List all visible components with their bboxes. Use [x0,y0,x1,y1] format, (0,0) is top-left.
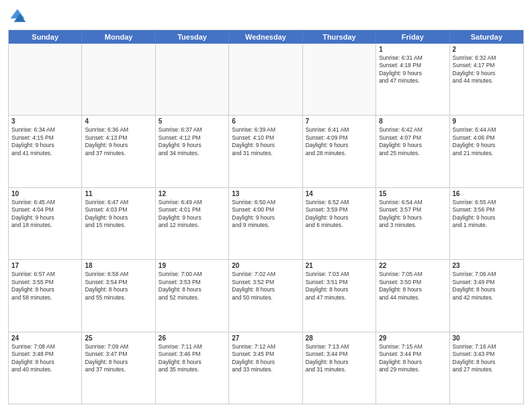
week-row-2: 3Sunrise: 6:34 AM Sunset: 4:15 PM Daylig… [9,115,523,187]
weeks: 1Sunrise: 6:31 AM Sunset: 4:18 PM Daylig… [9,44,523,404]
day-number: 25 [85,334,152,342]
day-cell-30: 30Sunrise: 7:16 AM Sunset: 3:43 PM Dayli… [450,332,523,404]
day-info: Sunrise: 7:08 AM Sunset: 3:48 PM Dayligh… [11,343,79,374]
day-cell-28: 28Sunrise: 7:13 AM Sunset: 3:44 PM Dayli… [303,332,376,404]
day-number: 15 [379,190,446,197]
day-cell-27: 27Sunrise: 7:12 AM Sunset: 3:45 PM Dayli… [229,332,302,404]
day-cell-6: 6Sunrise: 6:39 AM Sunset: 4:10 PM Daylig… [229,116,302,187]
day-number: 8 [379,118,446,125]
day-number: 1 [379,46,446,53]
day-cell-20: 20Sunrise: 7:02 AM Sunset: 3:52 PM Dayli… [229,260,302,331]
day-number: 2 [453,46,521,53]
logo-icon [8,7,27,26]
day-number: 28 [306,334,373,342]
day-number: 24 [11,334,79,342]
day-info: Sunrise: 7:15 AM Sunset: 3:44 PM Dayligh… [379,343,446,374]
day-cell-15: 15Sunrise: 6:54 AM Sunset: 3:57 PM Dayli… [376,188,449,259]
day-cell-13: 13Sunrise: 6:50 AM Sunset: 4:00 PM Dayli… [229,188,302,259]
week-row-1: 1Sunrise: 6:31 AM Sunset: 4:18 PM Daylig… [9,44,523,115]
day-cell-24: 24Sunrise: 7:08 AM Sunset: 3:48 PM Dayli… [9,332,82,404]
day-info: Sunrise: 6:41 AM Sunset: 4:09 PM Dayligh… [306,126,373,157]
day-info: Sunrise: 7:00 AM Sunset: 3:53 PM Dayligh… [159,271,226,302]
day-info: Sunrise: 7:11 AM Sunset: 3:46 PM Dayligh… [159,343,226,374]
day-header-sunday: Sunday [9,30,82,44]
day-info: Sunrise: 6:58 AM Sunset: 3:54 PM Dayligh… [85,271,152,302]
day-cell-17: 17Sunrise: 6:57 AM Sunset: 3:55 PM Dayli… [9,260,82,331]
week-row-4: 17Sunrise: 6:57 AM Sunset: 3:55 PM Dayli… [9,259,523,331]
day-cell-3: 3Sunrise: 6:34 AM Sunset: 4:15 PM Daylig… [9,116,82,187]
day-info: Sunrise: 7:13 AM Sunset: 3:44 PM Dayligh… [306,343,373,374]
day-cell-4: 4Sunrise: 6:36 AM Sunset: 4:13 PM Daylig… [82,116,155,187]
day-info: Sunrise: 6:50 AM Sunset: 4:00 PM Dayligh… [232,199,299,230]
day-header-thursday: Thursday [303,30,376,44]
day-cell-1: 1Sunrise: 6:31 AM Sunset: 4:18 PM Daylig… [376,44,449,115]
day-header-friday: Friday [376,30,449,44]
day-info: Sunrise: 7:03 AM Sunset: 3:51 PM Dayligh… [306,271,373,302]
day-cell-10: 10Sunrise: 6:45 AM Sunset: 4:04 PM Dayli… [9,188,82,259]
day-info: Sunrise: 6:32 AM Sunset: 4:17 PM Dayligh… [453,54,521,85]
day-number: 5 [159,118,226,125]
day-header-tuesday: Tuesday [156,30,229,44]
day-number: 16 [453,190,521,197]
day-info: Sunrise: 7:16 AM Sunset: 3:43 PM Dayligh… [453,343,521,374]
day-cell-23: 23Sunrise: 7:06 AM Sunset: 3:49 PM Dayli… [450,260,523,331]
day-info: Sunrise: 6:42 AM Sunset: 4:07 PM Dayligh… [379,126,446,157]
day-info: Sunrise: 6:39 AM Sunset: 4:10 PM Dayligh… [232,126,299,157]
logo [8,7,30,26]
day-cell-2: 2Sunrise: 6:32 AM Sunset: 4:17 PM Daylig… [450,44,523,115]
calendar: SundayMondayTuesdayWednesdayThursdayFrid… [8,30,524,404]
day-header-monday: Monday [82,30,155,44]
day-info: Sunrise: 6:44 AM Sunset: 4:06 PM Dayligh… [453,126,521,157]
day-info: Sunrise: 7:09 AM Sunset: 3:47 PM Dayligh… [85,343,152,374]
page: SundayMondayTuesdayWednesdayThursdayFrid… [0,0,532,411]
day-info: Sunrise: 6:57 AM Sunset: 3:55 PM Dayligh… [11,271,79,302]
day-number: 27 [232,334,299,342]
day-info: Sunrise: 6:36 AM Sunset: 4:13 PM Dayligh… [85,126,152,157]
day-cell-empty [156,44,229,115]
day-cell-empty [9,44,82,115]
day-cell-14: 14Sunrise: 6:52 AM Sunset: 3:59 PM Dayli… [303,188,376,259]
day-info: Sunrise: 6:55 AM Sunset: 3:56 PM Dayligh… [453,199,521,230]
day-info: Sunrise: 6:52 AM Sunset: 3:59 PM Dayligh… [306,199,373,230]
day-info: Sunrise: 6:31 AM Sunset: 4:18 PM Dayligh… [379,54,446,85]
day-number: 13 [232,190,299,197]
day-info: Sunrise: 7:12 AM Sunset: 3:45 PM Dayligh… [232,343,299,374]
day-number: 30 [453,334,521,342]
day-cell-empty [229,44,302,115]
day-cell-26: 26Sunrise: 7:11 AM Sunset: 3:46 PM Dayli… [156,332,229,404]
day-cell-12: 12Sunrise: 6:49 AM Sunset: 4:01 PM Dayli… [156,188,229,259]
day-info: Sunrise: 7:02 AM Sunset: 3:52 PM Dayligh… [232,271,299,302]
day-number: 29 [379,334,446,342]
day-cell-empty [82,44,155,115]
day-number: 20 [232,262,299,269]
day-number: 10 [11,190,79,197]
day-info: Sunrise: 6:49 AM Sunset: 4:01 PM Dayligh… [159,199,226,230]
day-cell-11: 11Sunrise: 6:47 AM Sunset: 4:03 PM Dayli… [82,188,155,259]
day-number: 11 [85,190,152,197]
day-cell-16: 16Sunrise: 6:55 AM Sunset: 3:56 PM Dayli… [450,188,523,259]
day-cell-5: 5Sunrise: 6:37 AM Sunset: 4:12 PM Daylig… [156,116,229,187]
day-cell-21: 21Sunrise: 7:03 AM Sunset: 3:51 PM Dayli… [303,260,376,331]
day-number: 19 [159,262,226,269]
day-cell-18: 18Sunrise: 6:58 AM Sunset: 3:54 PM Dayli… [82,260,155,331]
day-cell-25: 25Sunrise: 7:09 AM Sunset: 3:47 PM Dayli… [82,332,155,404]
week-row-3: 10Sunrise: 6:45 AM Sunset: 4:04 PM Dayli… [9,187,523,259]
day-number: 26 [159,334,226,342]
day-cell-9: 9Sunrise: 6:44 AM Sunset: 4:06 PM Daylig… [450,116,523,187]
day-number: 6 [232,118,299,125]
day-header-saturday: Saturday [450,30,523,44]
day-number: 12 [159,190,226,197]
day-number: 18 [85,262,152,269]
day-info: Sunrise: 6:45 AM Sunset: 4:04 PM Dayligh… [11,199,79,230]
day-number: 3 [11,118,79,125]
day-cell-8: 8Sunrise: 6:42 AM Sunset: 4:07 PM Daylig… [376,116,449,187]
day-number: 17 [11,262,79,269]
day-number: 22 [379,262,446,269]
day-number: 23 [453,262,521,269]
day-info: Sunrise: 6:54 AM Sunset: 3:57 PM Dayligh… [379,199,446,230]
day-number: 21 [306,262,373,269]
day-number: 7 [306,118,373,125]
header [8,7,524,26]
day-cell-19: 19Sunrise: 7:00 AM Sunset: 3:53 PM Dayli… [156,260,229,331]
day-header-wednesday: Wednesday [229,30,302,44]
